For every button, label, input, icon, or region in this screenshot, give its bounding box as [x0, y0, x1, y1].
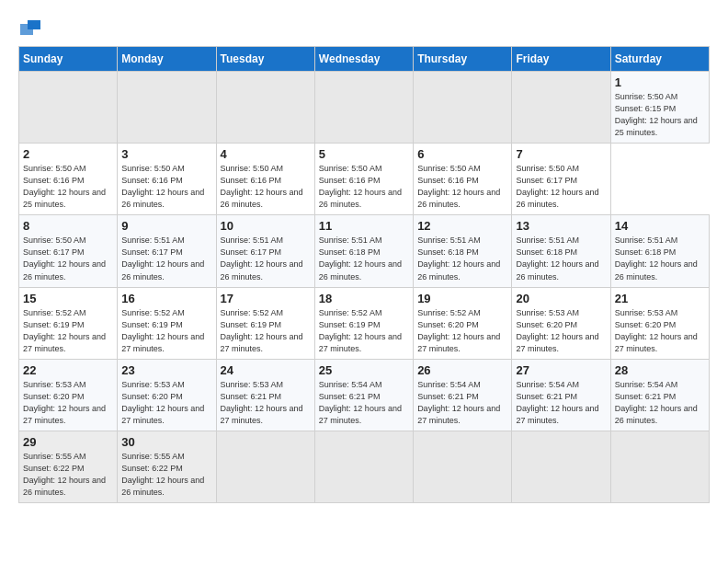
calendar-cell: 8Sunrise: 5:50 AM Sunset: 6:17 PM Daylig…	[19, 215, 118, 287]
calendar-cell: 12Sunrise: 5:51 AM Sunset: 6:18 PM Dayli…	[414, 215, 512, 287]
day-info: Sunrise: 5:51 AM Sunset: 6:18 PM Dayligh…	[417, 235, 507, 282]
day-number: 17	[221, 292, 311, 305]
day-info: Sunrise: 5:52 AM Sunset: 6:19 PM Dayligh…	[319, 307, 409, 355]
calendar-cell: 28Sunrise: 5:54 AM Sunset: 6:21 PM Dayli…	[610, 359, 709, 431]
calendar-cell	[414, 431, 512, 502]
calendar-cell: 14Sunrise: 5:51 AM Sunset: 6:18 PM Dayli…	[610, 215, 709, 287]
calendar-cell	[610, 431, 709, 502]
day-number: 5	[319, 147, 409, 161]
calendar-cell	[414, 72, 512, 144]
day-info: Sunrise: 5:53 AM Sunset: 6:20 PM Dayligh…	[516, 307, 606, 355]
calendar-cell: 20Sunrise: 5:53 AM Sunset: 6:20 PM Dayli…	[512, 287, 610, 359]
day-number: 14	[615, 219, 705, 233]
header	[18, 17, 710, 33]
calendar-cell: 17Sunrise: 5:52 AM Sunset: 6:19 PM Dayli…	[216, 287, 314, 359]
calendar-cell: 27Sunrise: 5:54 AM Sunset: 6:21 PM Dayli…	[512, 359, 610, 431]
page: SundayMondayTuesdayWednesdayThursdayFrid…	[0, 0, 728, 514]
calendar-cell: 22Sunrise: 5:53 AM Sunset: 6:20 PM Dayli…	[19, 359, 118, 431]
calendar-cell: 21Sunrise: 5:53 AM Sunset: 6:20 PM Dayli…	[610, 287, 709, 359]
calendar-week-row: 29Sunrise: 5:55 AM Sunset: 6:22 PM Dayli…	[19, 431, 710, 502]
weekday-header: Saturday	[610, 47, 709, 72]
day-info: Sunrise: 5:51 AM Sunset: 6:18 PM Dayligh…	[516, 235, 606, 282]
calendar-cell: 10Sunrise: 5:51 AM Sunset: 6:17 PM Dayli…	[216, 215, 314, 287]
calendar-cell: 25Sunrise: 5:54 AM Sunset: 6:21 PM Dayli…	[314, 359, 413, 431]
day-info: Sunrise: 5:54 AM Sunset: 6:21 PM Dayligh…	[417, 379, 507, 427]
day-info: Sunrise: 5:54 AM Sunset: 6:21 PM Dayligh…	[615, 379, 705, 427]
logo-icon	[20, 17, 40, 37]
day-info: Sunrise: 5:51 AM Sunset: 6:18 PM Dayligh…	[319, 235, 409, 282]
day-number: 3	[121, 147, 211, 161]
day-number: 8	[23, 219, 113, 233]
day-number: 9	[121, 219, 211, 233]
calendar-cell: 23Sunrise: 5:53 AM Sunset: 6:20 PM Dayli…	[118, 359, 216, 431]
header-row: SundayMondayTuesdayWednesdayThursdayFrid…	[19, 47, 710, 72]
weekday-header: Monday	[118, 47, 216, 72]
calendar-cell: 4Sunrise: 5:50 AM Sunset: 6:16 PM Daylig…	[216, 144, 314, 215]
calendar-cell	[512, 431, 610, 502]
calendar-cell	[314, 72, 413, 144]
day-number: 1	[615, 75, 705, 89]
weekday-header: Sunday	[19, 47, 118, 72]
day-info: Sunrise: 5:52 AM Sunset: 6:19 PM Dayligh…	[121, 307, 211, 355]
calendar-cell	[19, 72, 118, 144]
calendar-table: SundayMondayTuesdayWednesdayThursdayFrid…	[18, 46, 710, 503]
day-number: 30	[121, 435, 211, 449]
day-info: Sunrise: 5:52 AM Sunset: 6:19 PM Dayligh…	[221, 307, 311, 355]
day-number: 7	[516, 147, 606, 161]
svg-marker-1	[20, 24, 33, 35]
day-info: Sunrise: 5:51 AM Sunset: 6:18 PM Dayligh…	[615, 235, 705, 282]
day-info: Sunrise: 5:52 AM Sunset: 6:19 PM Dayligh…	[23, 307, 113, 355]
day-info: Sunrise: 5:50 AM Sunset: 6:16 PM Dayligh…	[221, 163, 311, 211]
calendar-cell: 11Sunrise: 5:51 AM Sunset: 6:18 PM Dayli…	[314, 215, 413, 287]
logo-block	[18, 17, 42, 33]
day-number: 24	[221, 363, 311, 377]
calendar-week-row: 8Sunrise: 5:50 AM Sunset: 6:17 PM Daylig…	[19, 215, 710, 287]
weekday-header: Wednesday	[314, 47, 413, 72]
day-number: 19	[417, 292, 507, 305]
day-number: 26	[417, 363, 507, 377]
day-info: Sunrise: 5:50 AM Sunset: 6:16 PM Dayligh…	[319, 163, 409, 211]
day-info: Sunrise: 5:54 AM Sunset: 6:21 PM Dayligh…	[516, 379, 606, 427]
calendar-cell: 9Sunrise: 5:51 AM Sunset: 6:17 PM Daylig…	[118, 215, 216, 287]
day-info: Sunrise: 5:53 AM Sunset: 6:20 PM Dayligh…	[615, 307, 705, 355]
weekday-header: Tuesday	[216, 47, 314, 72]
day-number: 11	[319, 219, 409, 233]
calendar-cell: 13Sunrise: 5:51 AM Sunset: 6:18 PM Dayli…	[512, 215, 610, 287]
calendar-week-row: 1Sunrise: 5:50 AM Sunset: 6:15 PM Daylig…	[19, 72, 710, 144]
calendar-cell	[216, 431, 314, 502]
calendar-cell: 2Sunrise: 5:50 AM Sunset: 6:16 PM Daylig…	[19, 144, 118, 215]
day-info: Sunrise: 5:50 AM Sunset: 6:17 PM Dayligh…	[23, 235, 113, 282]
day-number: 2	[23, 147, 113, 161]
calendar-cell: 19Sunrise: 5:52 AM Sunset: 6:20 PM Dayli…	[414, 287, 512, 359]
calendar-cell: 30Sunrise: 5:55 AM Sunset: 6:22 PM Dayli…	[118, 431, 216, 502]
day-number: 4	[221, 147, 311, 161]
day-info: Sunrise: 5:55 AM Sunset: 6:22 PM Dayligh…	[23, 451, 113, 499]
day-number: 20	[516, 292, 606, 305]
day-info: Sunrise: 5:53 AM Sunset: 6:21 PM Dayligh…	[221, 379, 311, 427]
day-number: 22	[23, 363, 113, 377]
day-number: 12	[417, 219, 507, 233]
calendar-cell: 15Sunrise: 5:52 AM Sunset: 6:19 PM Dayli…	[19, 287, 118, 359]
calendar-cell: 16Sunrise: 5:52 AM Sunset: 6:19 PM Dayli…	[118, 287, 216, 359]
day-info: Sunrise: 5:55 AM Sunset: 6:22 PM Dayligh…	[121, 451, 211, 499]
calendar-cell: 6Sunrise: 5:50 AM Sunset: 6:16 PM Daylig…	[414, 144, 512, 215]
calendar-cell	[216, 72, 314, 144]
calendar-cell: 5Sunrise: 5:50 AM Sunset: 6:16 PM Daylig…	[314, 144, 413, 215]
weekday-header: Friday	[512, 47, 610, 72]
calendar-cell: 1Sunrise: 5:50 AM Sunset: 6:15 PM Daylig…	[610, 72, 709, 144]
calendar-week-row: 2Sunrise: 5:50 AM Sunset: 6:16 PM Daylig…	[19, 144, 710, 215]
calendar-week-row: 22Sunrise: 5:53 AM Sunset: 6:20 PM Dayli…	[19, 359, 710, 431]
calendar-cell	[512, 72, 610, 144]
calendar-cell: 18Sunrise: 5:52 AM Sunset: 6:19 PM Dayli…	[314, 287, 413, 359]
day-number: 28	[615, 363, 705, 377]
day-info: Sunrise: 5:53 AM Sunset: 6:20 PM Dayligh…	[121, 379, 211, 427]
day-info: Sunrise: 5:50 AM Sunset: 6:16 PM Dayligh…	[417, 163, 507, 211]
day-info: Sunrise: 5:50 AM Sunset: 6:16 PM Dayligh…	[121, 163, 211, 211]
day-info: Sunrise: 5:50 AM Sunset: 6:15 PM Dayligh…	[615, 91, 705, 139]
calendar-cell: 3Sunrise: 5:50 AM Sunset: 6:16 PM Daylig…	[118, 144, 216, 215]
day-number: 13	[516, 219, 606, 233]
day-info: Sunrise: 5:53 AM Sunset: 6:20 PM Dayligh…	[23, 379, 113, 427]
logo	[18, 17, 42, 33]
day-number: 6	[417, 147, 507, 161]
day-info: Sunrise: 5:51 AM Sunset: 6:17 PM Dayligh…	[121, 235, 211, 282]
